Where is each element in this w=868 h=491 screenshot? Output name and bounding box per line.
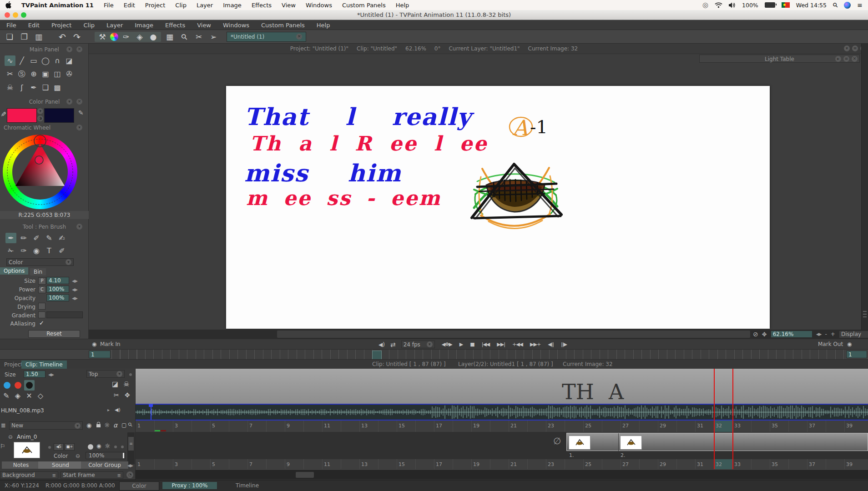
power-field[interactable]: 100% xyxy=(46,286,69,293)
power-profile-button[interactable]: C xyxy=(38,286,46,293)
color-panel-close-icon[interactable]: ✕ xyxy=(76,99,82,105)
appmenu-layer[interactable]: Layer xyxy=(106,22,123,29)
brush-tools-row1-1[interactable]: ✏ xyxy=(18,233,29,243)
timeline-small-tools-0[interactable]: ✎ xyxy=(1,391,12,401)
clip-ruler[interactable] xyxy=(111,350,845,360)
appmenu-edit[interactable]: Edit xyxy=(28,22,40,29)
stopwatch-icon[interactable]: ◔ xyxy=(126,471,133,478)
audio-playhead-handle[interactable] xyxy=(149,404,153,407)
brush-tools-row2-2[interactable]: ◉ xyxy=(31,246,42,256)
frame-label-35[interactable]: 35 xyxy=(772,461,778,467)
spotlight-icon[interactable]: ⚲ xyxy=(831,1,840,10)
frame-label-19[interactable]: 19 xyxy=(473,461,479,467)
audio-expand-icon[interactable]: ▸ xyxy=(107,407,110,412)
main-tools-row2-2[interactable]: ⊕ xyxy=(28,69,39,79)
layer-eye-icon[interactable]: ◉ xyxy=(86,422,91,429)
frame-label-17[interactable]: 17 xyxy=(436,423,442,429)
layer-light-icon[interactable]: ☼ xyxy=(105,442,111,450)
redo-icon[interactable]: ↷ xyxy=(71,32,83,42)
main-tools-row2-4[interactable]: ◫ xyxy=(52,69,63,79)
frame-label-31[interactable]: 31 xyxy=(697,423,703,429)
transport-buttons-4[interactable]: ▶▶| xyxy=(495,340,506,349)
tab-bin[interactable]: Bin xyxy=(30,268,46,276)
rotate-reset-icon[interactable]: ⊘ xyxy=(753,331,758,338)
mark-in-field[interactable]: 1 xyxy=(89,351,111,358)
transport-buttons-5[interactable]: +◀◀ xyxy=(511,340,524,349)
menu-edit[interactable]: Edit xyxy=(124,2,135,9)
canvas-horizontal-scrollbar[interactable]: ⊘ ✥ 62.16% ◀▶ - + Display ▾ xyxy=(89,330,868,339)
secondary-color-swatch[interactable] xyxy=(44,108,74,123)
gradient-checkbox[interactable] xyxy=(38,311,45,318)
brush-tools-row1-0[interactable]: ✒ xyxy=(5,233,16,243)
frame-label-5[interactable]: 5 xyxy=(212,423,215,429)
brush-tools-row1-2[interactable]: ✐ xyxy=(31,233,42,243)
audio-mute-icon[interactable]: ◀) xyxy=(378,341,385,348)
group-name[interactable]: Anim_0 xyxy=(17,434,37,440)
new-project-icon[interactable]: ❏ xyxy=(4,32,15,41)
frame-label-25[interactable]: 25 xyxy=(585,423,591,429)
tl-top-dropdown[interactable]: Top ▾ xyxy=(86,370,125,378)
appmenu-help[interactable]: Help xyxy=(317,22,330,29)
frame-label-27[interactable]: 27 xyxy=(622,461,629,467)
light-table-panel[interactable]: Light Table ▸ ≡ ✕ xyxy=(699,55,860,63)
group-collapse-icon[interactable]: ⊖ xyxy=(8,434,13,440)
frame-label-39[interactable]: 39 xyxy=(846,461,853,467)
main-tools-row1-4[interactable]: ∩ xyxy=(52,55,63,66)
color-wheel-icon[interactable] xyxy=(110,33,118,41)
appmenu-view[interactable]: View xyxy=(197,22,211,29)
audio-waveform-lane[interactable] xyxy=(136,404,868,421)
frame-label-32[interactable]: 32 xyxy=(716,461,722,467)
frame-label-9[interactable]: 9 xyxy=(287,461,290,467)
frame-label-27[interactable]: 27 xyxy=(622,423,629,429)
frame-label-19[interactable]: 19 xyxy=(473,423,479,429)
cut-tool-icon[interactable]: ✂ xyxy=(193,32,205,41)
strip-thumbnail-2[interactable] xyxy=(620,436,642,450)
mark-out-label[interactable]: Mark Out xyxy=(818,341,843,347)
swatch-swap-icon[interactable]: ◑ xyxy=(37,115,43,121)
status-timeline-label[interactable]: Timeline xyxy=(236,481,259,490)
sphere-icon[interactable]: ● xyxy=(147,32,159,41)
main-tools-row2-1[interactable]: Ⓢ xyxy=(16,69,27,79)
timeline-small-tools-3[interactable]: ◇ xyxy=(35,391,46,401)
appmenu-project[interactable]: Project xyxy=(51,22,71,29)
tab-options[interactable]: Options xyxy=(0,267,28,275)
layer-lock-circle-icon[interactable]: ◉ xyxy=(96,443,101,449)
main-tools-row2-3[interactable]: ▣ xyxy=(40,69,51,79)
main-panel-header[interactable]: Main Panel ▾ ✕ xyxy=(0,45,89,54)
new-layer-stack-icon[interactable]: ≣ xyxy=(1,422,6,429)
tool-panel-header[interactable]: Tool : Pen Brush ▾ xyxy=(0,223,89,231)
red-marker-button[interactable] xyxy=(15,382,21,389)
audio-track-name[interactable]: HLMN_008.mp3 xyxy=(1,407,44,414)
background-dropdown[interactable]: Background ≣ xyxy=(0,471,58,479)
input-language-flag-icon[interactable] xyxy=(782,2,790,8)
drawing-canvas[interactable]: That l really Th a l R ee l ee miss him … xyxy=(226,86,770,329)
apple-icon[interactable] xyxy=(5,1,11,9)
brush-mode-dropdown[interactable]: Color ▾ xyxy=(6,258,74,266)
mark-in-label[interactable]: Mark In xyxy=(100,341,121,347)
open-project-icon[interactable]: ❐ xyxy=(18,32,30,41)
color-panel-header[interactable]: Color Panel ▾ ✕ xyxy=(0,98,89,106)
transport-buttons-6[interactable]: ▶▶+ xyxy=(529,340,542,349)
light-table-close-icon[interactable]: ✕ xyxy=(852,56,858,62)
brush-panel-icon[interactable]: ✑ xyxy=(120,32,132,41)
playhead-line-left[interactable] xyxy=(714,369,715,469)
tab-sound[interactable]: Sound xyxy=(38,461,83,469)
main-panel-close-icon[interactable]: ✕ xyxy=(76,46,82,52)
tl-size-field[interactable]: 1.50 xyxy=(24,371,45,378)
main-tools-row2-5[interactable]: ✇ xyxy=(64,69,75,79)
timeline-skull-icon[interactable]: ☠ xyxy=(123,380,129,388)
menu-image[interactable]: Image xyxy=(223,2,242,9)
appmenu-image[interactable]: Image xyxy=(135,22,153,29)
pan-icon[interactable]: ✥ xyxy=(762,331,767,338)
frame-label-33[interactable]: 33 xyxy=(734,423,741,429)
gradient-preview[interactable] xyxy=(46,311,83,318)
timeline-eraser-icon[interactable]: ◪ xyxy=(112,380,118,388)
appmenu-file[interactable]: File xyxy=(6,22,16,29)
layer-list-scrollbar[interactable]: ≡ xyxy=(127,432,135,464)
timeline-grid[interactable]: TH A 13579111315171921232527293132333537… xyxy=(136,369,868,469)
brush-tools-row2-0[interactable]: ✁ xyxy=(5,246,16,256)
volume-icon[interactable] xyxy=(729,2,736,8)
zoom-stepper[interactable]: ◀▶ xyxy=(816,332,822,336)
panel-collapse-icon[interactable]: ▾ xyxy=(844,45,850,51)
wifi-icon[interactable] xyxy=(715,2,722,8)
